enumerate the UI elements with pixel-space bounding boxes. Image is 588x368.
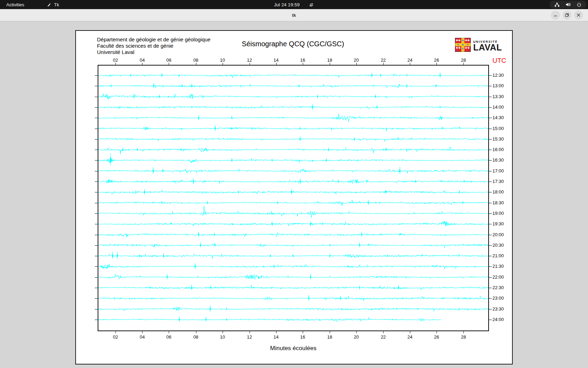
system-status-area[interactable] xyxy=(550,1,587,8)
utc-time-label: 17:00 xyxy=(492,168,504,173)
maximize-button[interactable] xyxy=(562,11,572,20)
x-tick-label-top: 22 xyxy=(381,57,386,63)
x-tick-label-bottom: 14 xyxy=(274,334,279,340)
volume-icon xyxy=(565,2,571,7)
utc-time-label: 15:00 xyxy=(492,126,504,131)
seismograph-traces-canvas xyxy=(76,31,512,364)
utc-time-label: 19:30 xyxy=(492,221,504,226)
x-tick-label-top: 26 xyxy=(434,57,439,63)
power-icon xyxy=(576,2,582,7)
x-tick-label-bottom: 04 xyxy=(140,334,145,340)
x-tick-label-top: 10 xyxy=(220,57,225,63)
clock[interactable]: Jul 24 19:59 xyxy=(274,2,300,7)
utc-time-label: 13:00 xyxy=(492,83,504,88)
x-tick-label-top: 08 xyxy=(193,57,198,63)
x-tick-label-top: 06 xyxy=(166,57,171,63)
bell-muted-icon[interactable] xyxy=(309,2,314,7)
utc-time-label: 16:00 xyxy=(492,147,504,152)
utc-axis-label: UTC xyxy=(492,57,506,64)
utc-time-label: 19:00 xyxy=(492,211,504,216)
x-tick-label-top: 12 xyxy=(247,57,252,63)
x-tick-label-top: 04 xyxy=(140,57,145,63)
utc-time-label: 23:30 xyxy=(492,306,504,312)
x-tick-label-bottom: 10 xyxy=(220,334,225,340)
window-titlebar[interactable]: tk xyxy=(0,9,588,21)
close-button[interactable] xyxy=(574,11,583,20)
utc-time-label: 12:30 xyxy=(492,73,504,78)
utc-time-label: 20:30 xyxy=(492,243,504,248)
x-tick-label-bottom: 24 xyxy=(407,334,412,340)
x-axis-title: Minutes écoulées xyxy=(98,345,489,352)
utc-time-label: 24:00 xyxy=(492,317,504,322)
x-tick-label-bottom: 26 xyxy=(434,334,439,340)
utc-time-label: 20:00 xyxy=(492,232,504,237)
x-tick-label-top: 28 xyxy=(461,57,466,63)
x-tick-label-top: 18 xyxy=(327,57,332,63)
utc-time-label: 23:00 xyxy=(492,295,504,301)
x-tick-label-bottom: 22 xyxy=(381,334,386,340)
utc-time-label: 22:30 xyxy=(492,285,504,290)
seismograph-canvas-frame: Département de géologie et de génie géol… xyxy=(75,30,513,364)
utc-time-label: 16:30 xyxy=(492,157,504,163)
x-tick-label-top: 16 xyxy=(300,57,305,63)
tk-window-content: Département de géologie et de génie géol… xyxy=(0,21,588,368)
x-tick-label-bottom: 20 xyxy=(354,334,359,340)
x-tick-label-bottom: 18 xyxy=(327,334,332,340)
utc-time-label: 15:30 xyxy=(492,136,504,142)
x-tick-label-bottom: 02 xyxy=(113,334,118,340)
x-tick-label-top: 02 xyxy=(113,57,118,63)
utc-time-label: 18:00 xyxy=(492,189,504,195)
window-title: tk xyxy=(0,9,588,21)
utc-time-label: 13:30 xyxy=(492,94,504,99)
utc-time-label: 18:30 xyxy=(492,200,504,205)
x-tick-label-top: 14 xyxy=(274,57,279,63)
utc-time-label: 22:00 xyxy=(492,274,504,280)
utc-time-label: 21:30 xyxy=(492,264,504,269)
network-icon xyxy=(554,2,560,7)
x-tick-label-bottom: 28 xyxy=(461,334,466,340)
gnome-top-bar: Activities Tk Jul 24 19:59 xyxy=(0,0,588,9)
helicorder-plot: 0202040406060808101012121414161618182020… xyxy=(76,31,512,364)
utc-time-label: 14:30 xyxy=(492,115,504,120)
x-tick-label-bottom: 12 xyxy=(247,334,252,340)
x-tick-label-bottom: 16 xyxy=(300,334,305,340)
utc-time-label: 21:00 xyxy=(492,253,504,258)
utc-time-label: 17:30 xyxy=(492,179,504,184)
x-tick-label-bottom: 08 xyxy=(193,334,198,340)
x-tick-label-bottom: 06 xyxy=(166,334,171,340)
x-tick-label-top: 20 xyxy=(354,57,359,63)
utc-time-label: 14:00 xyxy=(492,104,504,110)
minimize-button[interactable] xyxy=(551,11,560,20)
x-tick-label-top: 24 xyxy=(407,57,412,63)
